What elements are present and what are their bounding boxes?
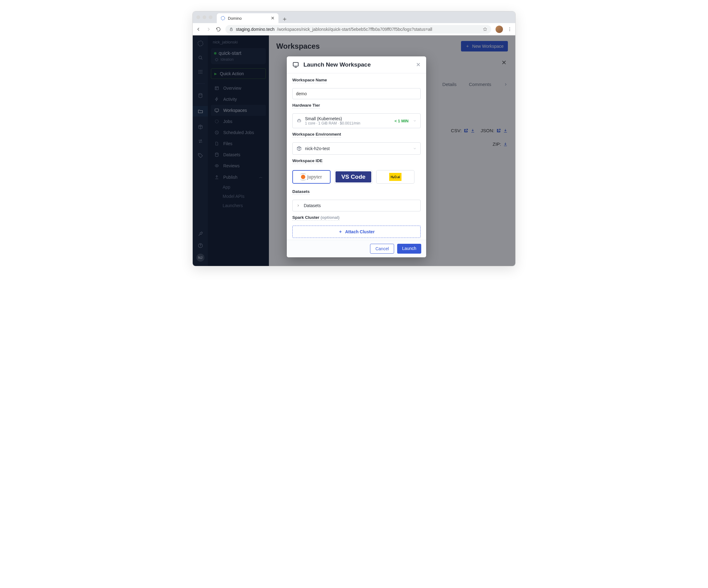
nav-reload-icon[interactable] [215,27,221,32]
window-controls[interactable] [197,16,212,19]
url-path: /workspaces/nick_jablonski/quick-start/5… [277,27,432,32]
browser-tab[interactable]: Domino ✕ [217,13,278,23]
svg-rect-1 [230,29,233,31]
monitor-icon [292,61,299,68]
datasets-expander[interactable]: Datasets [292,200,421,211]
modal-title: Launch New Workspace [303,61,371,68]
chevron-right-icon [296,204,300,208]
app-root: NJ nick_jablonski quick-start Ideation ▶… [193,35,515,266]
chevron-down-icon [413,147,417,150]
environment-select[interactable]: nick-h2o-test [292,143,421,155]
browser-menu-icon[interactable] [507,27,512,32]
svg-rect-27 [293,63,298,66]
hw-eta: < 1 MIN [394,119,409,123]
cancel-button[interactable]: Cancel [370,244,394,254]
nav-back-icon[interactable] [196,27,201,32]
jupyter-icon [301,175,305,179]
ide-options: jupyter VS Code H₂O.ai [292,170,421,184]
environment-value: nick-h2o-test [305,146,330,151]
label-workspace-name: Workspace Name [292,78,327,83]
svg-point-0 [221,16,225,20]
launch-button[interactable]: Launch [397,244,421,254]
label-optional: (optional) [321,215,340,220]
label-environment: Workspace Environment [292,132,341,137]
ide-option-jupyter[interactable]: jupyter [292,170,330,184]
attach-cluster-button[interactable]: ＋ Attach Cluster [292,225,421,238]
label-ide: Workspace IDE [292,158,323,164]
modal-close-icon[interactable]: ✕ [416,61,421,68]
cancel-label: Cancel [375,246,389,251]
star-icon[interactable] [482,27,488,32]
label-spark: Spark Cluster (optional) [292,215,340,221]
hardware-tier-select[interactable]: Small (Kubernetes) 1 core · 1 GiB RAM · … [292,114,421,128]
label-hardware-tier: Hardware Tier [292,103,320,109]
plus-icon: ＋ [338,229,343,235]
hdd-icon [296,119,302,123]
hw-sub: 1 core · 1 GiB RAM · $0.0011/min [305,121,360,125]
launch-workspace-modal: Launch New Workspace ✕ Workspace Name Ha… [287,56,426,257]
ide-vscode-label: VS Code [335,172,371,182]
svg-point-4 [509,30,510,31]
modal-header: Launch New Workspace ✕ [287,56,426,73]
ide-h2o-label: H₂O.ai [389,173,402,181]
launch-label: Launch [402,246,416,251]
workspace-name-input[interactable] [292,88,421,99]
lock-icon [229,27,233,31]
omnibox[interactable]: staging.domino.tech/workspaces/nick_jabl… [226,25,491,34]
mac-max-icon[interactable] [209,16,212,19]
url-host: staging.domino.tech [236,27,274,32]
svg-rect-28 [298,120,301,122]
cube-icon [296,146,302,151]
domino-favicon-icon [220,16,226,21]
modal-body: Workspace Name Hardware Tier Small (Kube… [287,73,426,240]
new-tab-button[interactable]: ＋ [280,14,289,23]
tab-strip: Domino ✕ ＋ [193,11,515,23]
mac-min-icon[interactable] [203,16,206,19]
label-datasets: Datasets [292,189,309,195]
nav-forward-icon [206,27,211,32]
svg-point-2 [509,27,510,28]
svg-point-3 [509,29,510,29]
ide-option-vscode[interactable]: VS Code [334,170,373,184]
modal-footer: Cancel Launch [287,240,426,257]
mac-close-icon[interactable] [197,16,200,19]
url-bar: staging.domino.tech/workspaces/nick_jabl… [193,23,515,35]
tab-title: Domino [228,16,242,21]
chevron-down-icon [413,119,417,123]
tab-close-icon[interactable]: ✕ [271,16,275,21]
datasets-row-label: Datasets [304,203,321,208]
profile-avatar[interactable] [496,26,503,33]
hw-title: Small (Kubernetes) [305,116,360,121]
browser-window: Domino ✕ ＋ staging.domino.tech/workspace… [193,11,515,266]
ide-jupyter-label: jupyter [307,174,322,180]
attach-cluster-label: Attach Cluster [345,229,375,234]
ide-option-h2o[interactable]: H₂O.ai [376,170,414,184]
label-spark-text: Spark Cluster [292,215,320,220]
